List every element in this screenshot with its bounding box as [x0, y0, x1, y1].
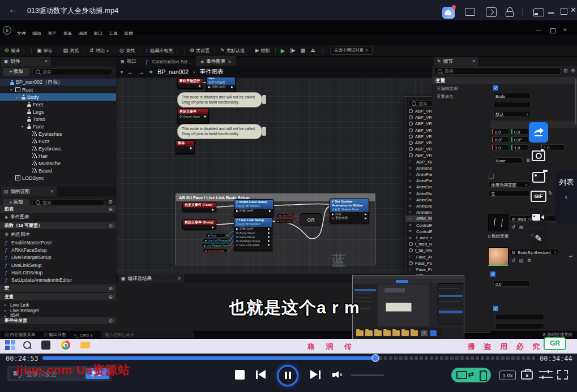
speed-button[interactable]: 1.0x — [499, 371, 516, 380]
toolbar-compile-button[interactable]: ⚙编译⋮ — [5, 48, 26, 54]
details-vector-field[interactable]: 1.0 — [492, 144, 509, 150]
toolbar-hide-button[interactable]: ◌隐藏不相关⋮ — [146, 48, 179, 54]
cast-device-button[interactable]: ⇄ — [451, 368, 491, 382]
tree-item-fuzz[interactable]: Fuzz — [0, 137, 116, 145]
console-input[interactable]: 输入控制台命令 — [101, 331, 194, 338]
maximize-button[interactable] — [561, 8, 567, 15]
mute-button[interactable]: x — [332, 370, 345, 380]
item-hairlodsetup[interactable]: ƒHairLODSetup — [0, 269, 116, 276]
details-small-icon[interactable]: ▤ — [519, 225, 524, 230]
item-arkitfacesetup[interactable]: ƒARKitFaceSetup — [0, 246, 116, 253]
section-[interactable]: 变量⊕ — [0, 293, 116, 300]
bookmark-icon[interactable]: ▾ — [121, 70, 123, 75]
ue-close-icon[interactable]: ✕ — [563, 27, 567, 33]
item-[interactable]: ⚙构造脚本 — [0, 231, 116, 238]
details-dropdown[interactable]: M_BodySynthesized∨ — [510, 249, 558, 255]
details-close-icon[interactable]: ✕ — [472, 59, 476, 64]
mini-player-icon[interactable] — [533, 8, 544, 16]
content-drawer-button[interactable]: ▦ 内容侧滑菜单 — [5, 332, 36, 338]
tree-item-body[interactable]: ▾Body — [0, 93, 116, 101]
graph-node-5[interactable]: 自定义事件 (Body) — [182, 219, 216, 230]
graph-node-or[interactable]: OR — [300, 213, 322, 226]
graph-node-3[interactable]: 事件 — [176, 140, 195, 154]
settings-sliders-button[interactable] — [539, 370, 553, 380]
share-button[interactable] — [529, 122, 548, 143]
details-vector-field[interactable]: 0.0 — [511, 128, 528, 135]
tab-components[interactable]: ▣ 组件✕ — [1, 57, 51, 66]
item-enablemasterpose[interactable]: ƒEnableMasterPose — [0, 239, 116, 246]
image-button[interactable] — [529, 167, 548, 187]
add-circle-icon[interactable]: ⊕ — [108, 206, 113, 212]
tree-item-feet[interactable]: Feet — [0, 101, 116, 108]
minimize-button[interactable] — [548, 12, 554, 14]
details-checkbox[interactable]: ✓ — [493, 306, 498, 311]
frames-button[interactable]: ▦ — [301, 48, 306, 53]
graph-node-2[interactable]: 自定义事件Owner Actor — [177, 109, 209, 124]
graph-variable-pill-3[interactable]: Live Link Data — [203, 248, 228, 253]
details-thumbnail[interactable] — [488, 247, 508, 266]
tree-item-root[interactable]: ▾Root — [0, 86, 116, 93]
details-small-icon[interactable]: ↺ — [511, 258, 515, 264]
graph-node-4[interactable]: 自定义事件 (Face) — [182, 202, 216, 212]
event-graph-canvas[interactable]: AR Kit Face / Live Link Body Setup 事件开始运… — [116, 77, 432, 274]
tree-item-eyelashes[interactable]: Eyelashes — [0, 130, 116, 137]
output-log-button[interactable]: ▥ 输出日志 — [44, 332, 66, 338]
tree-item-eyebrows[interactable]: Eyebrows — [0, 145, 116, 152]
close-button[interactable]: ✕ — [570, 6, 576, 14]
details-field[interactable]: None — [493, 157, 523, 163]
graph-variable-pill-2[interactable]: Live Retarget Asset — [202, 243, 229, 248]
details-field[interactable] — [493, 102, 531, 108]
graph-variable-pill-0[interactable]: Body — [206, 233, 226, 238]
play-options-icon[interactable]: ⋮ — [320, 48, 325, 53]
toolbar-find-button[interactable]: ◎查找 — [119, 48, 135, 54]
item-livelinksetup[interactable]: ƒLiveLinkSetup — [0, 261, 116, 269]
details-small-icon[interactable]: ↩ — [569, 254, 573, 260]
graph-variable-pill-1[interactable]: Live Link Retarget — [203, 238, 229, 243]
back-icon[interactable]: ← — [8, 5, 18, 15]
graph-tab-2[interactable]: ◉事件图表✕ — [196, 57, 236, 66]
details-dropdown[interactable]: 使用动画蓝图∨ — [489, 182, 529, 188]
section-18[interactable]: 函数（18 可覆盖）⊕ — [0, 222, 116, 229]
graph-tab-1[interactable]: ƒConstruction Scr... — [141, 57, 196, 66]
previous-button[interactable] — [256, 370, 266, 380]
details-vector-field[interactable]: 0.0° — [492, 136, 509, 143]
tab-myblueprint[interactable]: ▤ 我的蓝图✕ — [1, 187, 57, 196]
item-liveretargetsetup[interactable]: ƒLiveRetargetSetup — [0, 253, 116, 261]
details-dropdown[interactable]: 默认∨ — [493, 111, 531, 117]
screenshot-button[interactable] — [529, 146, 548, 165]
toolbar-pen-button[interactable]: ✎类默认值 — [220, 48, 245, 54]
toolbar-diff-button[interactable]: ⇵对比∨ — [89, 48, 109, 54]
debug-object-dropdown[interactable]: 未选中调试对象 ∨ — [330, 46, 373, 55]
cmd-dropdown[interactable]: >_ Cmd ∨ — [74, 333, 93, 338]
cast-icon[interactable] — [486, 7, 497, 17]
details-small-icon[interactable]: ↺ — [511, 225, 515, 230]
ue-minimize-icon[interactable]: — — [536, 27, 541, 33]
details-checkbox[interactable]: ✓ — [490, 272, 495, 277]
details-checkbox[interactable] — [489, 174, 494, 179]
playlist-tab[interactable]: 列表 ‹ — [555, 170, 577, 225]
eject-button[interactable]: ⏏ — [310, 48, 315, 53]
toolbox-button[interactable] — [521, 371, 533, 380]
details-small-icon[interactable]: ▤ — [519, 258, 524, 264]
graph-node-0[interactable]: 事件开始运行 — [177, 78, 203, 89]
record-button[interactable] — [529, 208, 548, 226]
details-scrollbar[interactable] — [575, 79, 576, 124]
frame-skip-button[interactable]: |▶ — [290, 48, 296, 53]
ue-restore-icon[interactable] — [550, 28, 555, 33]
nav-forward-icon[interactable]: → — [138, 68, 144, 75]
tree-item-hair[interactable]: Hair — [0, 152, 116, 160]
details-vector-field[interactable]: 0.0 — [492, 128, 509, 135]
details-thumbnail[interactable] — [488, 214, 508, 231]
tree-item-beard[interactable]: Beard — [0, 167, 116, 174]
graph-node-9[interactable]: ƒ Set Update Animation in Editor目标是 Skel… — [330, 199, 369, 223]
tree-item-legs[interactable]: Legs — [0, 108, 116, 115]
tab-compiler-results[interactable]: ▣ 编译器结果✕ — [118, 274, 184, 283]
add-circle-icon[interactable]: ⊕ — [108, 318, 113, 324]
fullscreen-button[interactable] — [557, 370, 568, 380]
graph-node-6[interactable]: ƒ ARKit Face Setup目标是 BP Nan002目标 [self] — [234, 199, 273, 217]
add-circle-icon[interactable]: ⊕ — [108, 286, 113, 291]
progress-handle[interactable] — [371, 354, 379, 362]
item-setupdateanimationineditor[interactable]: ƒSetUpdateAnimationInEditor — [0, 276, 116, 283]
graph-variable-pill-4[interactable]: Use ARKit Face — [277, 213, 294, 218]
tree-item-torso[interactable]: Torso — [0, 115, 116, 123]
